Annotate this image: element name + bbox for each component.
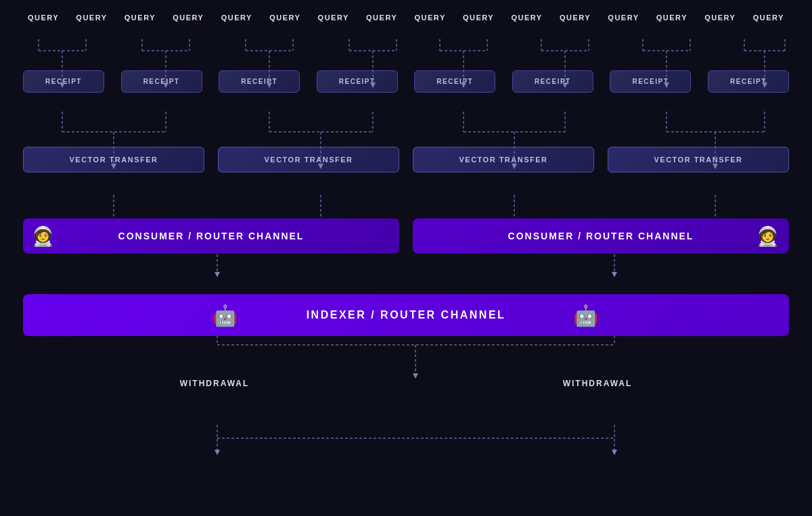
receipt-box-4: RECEIPT: [317, 70, 398, 93]
query-label-10: QUERY: [458, 14, 499, 22]
query-label-5: QUERY: [217, 14, 257, 22]
query-label-6: QUERY: [265, 14, 305, 22]
indexer-channel-box: 🤖 INDEXER / ROUTER CHANNEL 🤖: [23, 294, 789, 336]
astronaut-right-icon-2: 🧑‍🚀: [756, 225, 781, 248]
receipt-row: RECEIPT RECEIPT RECEIPT RECEIPT RECEIPT …: [16, 70, 796, 93]
consumer-channel-box-1: 🧑‍🚀 CONSUMER / ROUTER CHANNEL: [23, 218, 399, 254]
query-label-14: QUERY: [652, 14, 692, 22]
receipt-box-5: RECEIPT: [414, 70, 495, 93]
svg-marker-76: [215, 450, 220, 455]
withdrawal-item-1: WITHDRAWAL: [160, 375, 269, 388]
query-row: QUERY QUERY QUERY QUERY QUERY QUERY QUER…: [16, 14, 796, 22]
vector-transfer-box-4: VECTOR TRANSFER: [608, 147, 789, 172]
query-label-11: QUERY: [507, 14, 547, 22]
receipt-box-6: RECEIPT: [512, 70, 593, 93]
query-label-2: QUERY: [71, 14, 112, 22]
svg-marker-78: [612, 450, 617, 455]
query-label-7: QUERY: [313, 14, 354, 22]
vector-transfer-box-2: VECTOR TRANSFER: [218, 147, 399, 172]
astronaut-left-icon-1: 🧑‍🚀: [31, 225, 56, 248]
query-label-8: QUERY: [361, 14, 402, 22]
receipt-box-8: RECEIPT: [708, 70, 789, 93]
consumer-channel-row: 🧑‍🚀 CONSUMER / ROUTER CHANNEL CONSUMER /…: [16, 218, 796, 254]
query-label-12: QUERY: [555, 14, 595, 22]
vector-transfer-box-1: VECTOR TRANSFER: [23, 147, 204, 172]
indexer-astronaut-left-icon: 🤖: [212, 304, 240, 327]
receipt-box-7: RECEIPT: [610, 70, 691, 93]
query-label-4: QUERY: [168, 14, 208, 22]
withdrawal-row: WITHDRAWAL WITHDRAWAL: [16, 375, 796, 388]
query-label-9: QUERY: [410, 14, 451, 22]
receipt-box-1: RECEIPT: [23, 70, 104, 93]
receipt-box-2: RECEIPT: [121, 70, 202, 93]
consumer-channel-box-2: CONSUMER / ROUTER CHANNEL 🧑‍🚀: [413, 218, 789, 254]
query-label-13: QUERY: [603, 14, 644, 22]
query-label-3: QUERY: [120, 14, 160, 22]
query-label-16: QUERY: [748, 14, 789, 22]
withdrawal-label-1: WITHDRAWAL: [180, 379, 250, 388]
diagram-container: QUERY QUERY QUERY QUERY QUERY QUERY QUER…: [0, 0, 812, 516]
query-label-1: QUERY: [23, 14, 64, 22]
vector-transfer-row: VECTOR TRANSFER VECTOR TRANSFER VECTOR T…: [16, 147, 796, 172]
receipt-box-3: RECEIPT: [219, 70, 300, 93]
indexer-astronaut-right-icon: 🤖: [573, 304, 600, 327]
vector-transfer-box-3: VECTOR TRANSFER: [413, 147, 594, 172]
withdrawal-label-2: WITHDRAWAL: [563, 379, 633, 388]
indexer-channel-row: 🤖 INDEXER / ROUTER CHANNEL 🤖: [16, 294, 796, 336]
withdrawal-item-2: WITHDRAWAL: [543, 375, 652, 388]
query-label-15: QUERY: [700, 14, 740, 22]
